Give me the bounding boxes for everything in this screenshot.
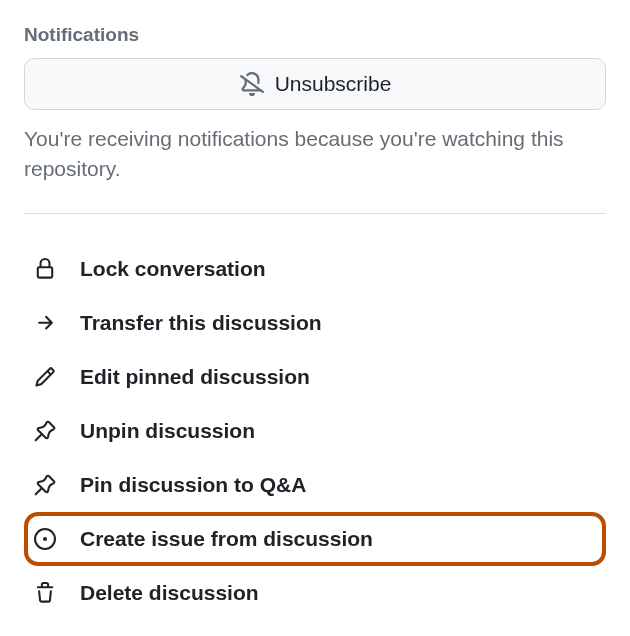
notifications-notice: You're receiving notifications because y… [24,124,606,185]
arrow-right-icon [32,310,58,336]
issue-opened-icon [32,526,58,552]
pin-icon [32,472,58,498]
create-issue-from-discussion[interactable]: Create issue from discussion [24,512,606,566]
delete-discussion[interactable]: Delete discussion [24,566,606,620]
bell-slash-icon [239,71,265,97]
action-label: Pin discussion to Q&A [80,473,306,497]
action-label: Unpin discussion [80,419,255,443]
action-label: Delete discussion [80,581,259,605]
action-label: Transfer this discussion [80,311,322,335]
actions-list: Lock conversation Transfer this discussi… [24,242,606,620]
transfer-discussion[interactable]: Transfer this discussion [24,296,606,350]
action-label: Edit pinned discussion [80,365,310,389]
action-label: Lock conversation [80,257,266,281]
lock-conversation[interactable]: Lock conversation [24,242,606,296]
unpin-discussion[interactable]: Unpin discussion [24,404,606,458]
lock-icon [32,256,58,282]
edit-pinned-discussion[interactable]: Edit pinned discussion [24,350,606,404]
pencil-icon [32,364,58,390]
trash-icon [32,580,58,606]
unsubscribe-label: Unsubscribe [275,72,392,96]
pin-discussion-qa[interactable]: Pin discussion to Q&A [24,458,606,512]
notifications-title: Notifications [24,24,606,46]
pin-icon [32,418,58,444]
divider [24,213,606,214]
action-label: Create issue from discussion [80,527,373,551]
unsubscribe-button[interactable]: Unsubscribe [24,58,606,110]
